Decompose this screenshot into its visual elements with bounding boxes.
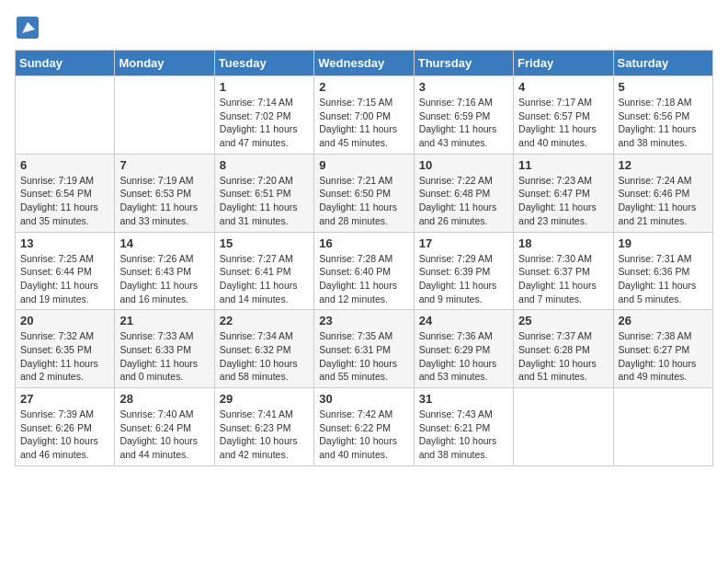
day-number: 15 (220, 236, 309, 250)
day-info: Sunrise: 7:42 AM Sunset: 6:22 PM Dayligh… (319, 408, 408, 462)
col-header-saturday: Saturday (613, 51, 712, 76)
day-number: 22 (220, 314, 309, 327)
day-cell: 8Sunrise: 7:20 AM Sunset: 6:51 PM Daylig… (214, 154, 313, 232)
day-info: Sunrise: 7:17 AM Sunset: 6:57 PM Dayligh… (518, 96, 608, 150)
day-info: Sunrise: 7:24 AM Sunset: 6:46 PM Dayligh… (619, 174, 708, 228)
week-row-1: 1Sunrise: 7:14 AM Sunset: 7:02 PM Daylig… (16, 76, 713, 155)
day-number: 3 (419, 80, 508, 94)
day-cell: 5Sunrise: 7:18 AM Sunset: 6:56 PM Daylig… (613, 76, 712, 155)
day-cell: 26Sunrise: 7:38 AM Sunset: 6:27 PM Dayli… (613, 310, 712, 388)
day-cell: 25Sunrise: 7:37 AM Sunset: 6:28 PM Dayli… (514, 310, 613, 388)
day-info: Sunrise: 7:30 AM Sunset: 6:37 PM Dayligh… (518, 252, 608, 306)
day-number: 14 (119, 236, 209, 250)
day-info: Sunrise: 7:15 AM Sunset: 7:00 PM Dayligh… (319, 96, 408, 150)
day-number: 21 (119, 314, 209, 327)
day-number: 25 (518, 314, 608, 327)
day-info: Sunrise: 7:33 AM Sunset: 6:33 PM Dayligh… (119, 329, 209, 384)
logo (15, 15, 44, 40)
day-cell: 20Sunrise: 7:32 AM Sunset: 6:35 PM Dayli… (16, 310, 115, 388)
page-header (15, 15, 713, 40)
day-info: Sunrise: 7:35 AM Sunset: 6:31 PM Dayligh… (319, 329, 408, 384)
week-row-4: 20Sunrise: 7:32 AM Sunset: 6:35 PM Dayli… (16, 310, 713, 388)
day-number: 31 (419, 392, 508, 406)
day-cell: 11Sunrise: 7:23 AM Sunset: 6:47 PM Dayli… (514, 154, 613, 232)
day-number: 9 (319, 158, 408, 172)
day-cell (16, 76, 115, 155)
day-info: Sunrise: 7:36 AM Sunset: 6:29 PM Dayligh… (419, 329, 508, 384)
col-header-monday: Monday (115, 51, 214, 76)
col-header-thursday: Thursday (414, 51, 513, 76)
day-number: 8 (220, 158, 309, 172)
week-row-5: 27Sunrise: 7:39 AM Sunset: 6:26 PM Dayli… (16, 388, 713, 466)
day-number: 24 (419, 314, 508, 327)
day-number: 23 (319, 314, 408, 327)
day-info: Sunrise: 7:23 AM Sunset: 6:47 PM Dayligh… (518, 174, 608, 228)
day-cell: 7Sunrise: 7:19 AM Sunset: 6:53 PM Daylig… (115, 154, 214, 232)
day-cell: 31Sunrise: 7:43 AM Sunset: 6:21 PM Dayli… (414, 388, 513, 466)
day-number: 30 (319, 392, 408, 406)
day-info: Sunrise: 7:21 AM Sunset: 6:50 PM Dayligh… (319, 174, 408, 228)
day-cell: 15Sunrise: 7:27 AM Sunset: 6:41 PM Dayli… (214, 232, 313, 310)
day-cell: 30Sunrise: 7:42 AM Sunset: 6:22 PM Dayli… (314, 388, 414, 466)
day-cell: 19Sunrise: 7:31 AM Sunset: 6:36 PM Dayli… (613, 232, 712, 310)
day-cell: 23Sunrise: 7:35 AM Sunset: 6:31 PM Dayli… (314, 310, 414, 388)
day-cell: 14Sunrise: 7:26 AM Sunset: 6:43 PM Dayli… (115, 232, 214, 310)
day-cell (514, 388, 613, 466)
day-number: 12 (619, 158, 708, 172)
day-cell (115, 76, 214, 155)
col-header-friday: Friday (514, 51, 613, 76)
day-cell: 27Sunrise: 7:39 AM Sunset: 6:26 PM Dayli… (16, 388, 115, 466)
day-info: Sunrise: 7:26 AM Sunset: 6:43 PM Dayligh… (119, 252, 209, 306)
day-cell: 24Sunrise: 7:36 AM Sunset: 6:29 PM Dayli… (414, 310, 513, 388)
day-info: Sunrise: 7:41 AM Sunset: 6:23 PM Dayligh… (220, 408, 309, 462)
day-info: Sunrise: 7:40 AM Sunset: 6:24 PM Dayligh… (119, 408, 209, 462)
day-cell: 4Sunrise: 7:17 AM Sunset: 6:57 PM Daylig… (514, 76, 613, 155)
day-info: Sunrise: 7:25 AM Sunset: 6:44 PM Dayligh… (20, 252, 109, 306)
day-info: Sunrise: 7:39 AM Sunset: 6:26 PM Dayligh… (20, 408, 109, 462)
day-number: 13 (20, 236, 109, 250)
day-number: 26 (619, 314, 708, 327)
calendar-table: SundayMondayTuesdayWednesdayThursdayFrid… (15, 50, 713, 466)
logo-icon (15, 15, 40, 40)
day-number: 10 (419, 158, 508, 172)
day-cell: 9Sunrise: 7:21 AM Sunset: 6:50 PM Daylig… (314, 154, 414, 232)
day-cell: 22Sunrise: 7:34 AM Sunset: 6:32 PM Dayli… (214, 310, 313, 388)
day-info: Sunrise: 7:38 AM Sunset: 6:27 PM Dayligh… (619, 329, 708, 384)
day-info: Sunrise: 7:22 AM Sunset: 6:48 PM Dayligh… (419, 174, 508, 228)
day-cell: 21Sunrise: 7:33 AM Sunset: 6:33 PM Dayli… (115, 310, 214, 388)
day-number: 11 (518, 158, 608, 172)
day-number: 6 (20, 158, 109, 172)
day-number: 2 (319, 80, 408, 94)
day-info: Sunrise: 7:31 AM Sunset: 6:36 PM Dayligh… (619, 252, 708, 306)
day-cell (613, 388, 712, 466)
day-cell: 1Sunrise: 7:14 AM Sunset: 7:02 PM Daylig… (214, 76, 313, 155)
week-row-3: 13Sunrise: 7:25 AM Sunset: 6:44 PM Dayli… (16, 232, 713, 310)
day-cell: 17Sunrise: 7:29 AM Sunset: 6:39 PM Dayli… (414, 232, 513, 310)
day-info: Sunrise: 7:14 AM Sunset: 7:02 PM Dayligh… (220, 96, 309, 150)
day-info: Sunrise: 7:32 AM Sunset: 6:35 PM Dayligh… (20, 329, 109, 384)
day-number: 7 (119, 158, 209, 172)
day-number: 17 (419, 236, 508, 250)
day-info: Sunrise: 7:18 AM Sunset: 6:56 PM Dayligh… (619, 96, 708, 150)
day-number: 18 (518, 236, 608, 250)
day-info: Sunrise: 7:16 AM Sunset: 6:59 PM Dayligh… (419, 96, 508, 150)
day-cell: 3Sunrise: 7:16 AM Sunset: 6:59 PM Daylig… (414, 76, 513, 155)
day-number: 29 (220, 392, 309, 406)
day-info: Sunrise: 7:19 AM Sunset: 6:53 PM Dayligh… (119, 174, 209, 228)
day-number: 16 (319, 236, 408, 250)
day-cell: 18Sunrise: 7:30 AM Sunset: 6:37 PM Dayli… (514, 232, 613, 310)
day-number: 20 (20, 314, 109, 327)
day-info: Sunrise: 7:20 AM Sunset: 6:51 PM Dayligh… (220, 174, 309, 228)
header-row: SundayMondayTuesdayWednesdayThursdayFrid… (16, 51, 713, 76)
day-info: Sunrise: 7:27 AM Sunset: 6:41 PM Dayligh… (220, 252, 309, 306)
day-cell: 10Sunrise: 7:22 AM Sunset: 6:48 PM Dayli… (414, 154, 513, 232)
day-cell: 13Sunrise: 7:25 AM Sunset: 6:44 PM Dayli… (16, 232, 115, 310)
col-header-tuesday: Tuesday (214, 51, 313, 76)
day-cell: 2Sunrise: 7:15 AM Sunset: 7:00 PM Daylig… (314, 76, 414, 155)
day-cell: 6Sunrise: 7:19 AM Sunset: 6:54 PM Daylig… (16, 154, 115, 232)
day-info: Sunrise: 7:43 AM Sunset: 6:21 PM Dayligh… (419, 408, 508, 462)
day-cell: 12Sunrise: 7:24 AM Sunset: 6:46 PM Dayli… (613, 154, 712, 232)
day-cell: 28Sunrise: 7:40 AM Sunset: 6:24 PM Dayli… (115, 388, 214, 466)
day-number: 19 (619, 236, 708, 250)
day-cell: 29Sunrise: 7:41 AM Sunset: 6:23 PM Dayli… (214, 388, 313, 466)
